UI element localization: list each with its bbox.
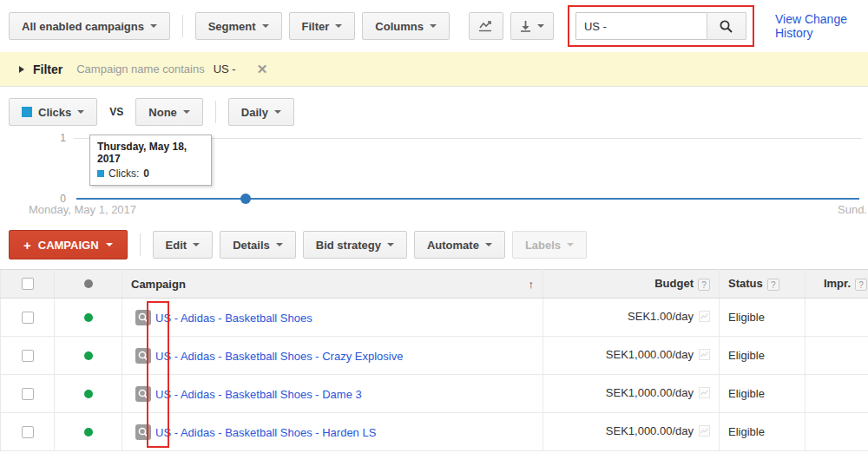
vs-label: VS: [109, 106, 123, 118]
campaign-link[interactable]: US - Adidas - Basketball Shoes - Dame 3: [155, 387, 362, 400]
table-row: US - Adidas - Basketball Shoes - Crazy E…: [1, 337, 868, 375]
status-value: Eligible: [728, 349, 765, 362]
chevron-down-icon: [183, 110, 190, 114]
chevron-down-icon: [485, 243, 492, 246]
view-selector-button[interactable]: All enabled campaigns: [9, 12, 170, 40]
chevron-down-icon: [193, 243, 200, 246]
download-icon: [520, 20, 531, 32]
details-label: Details: [233, 239, 270, 252]
select-all-checkbox[interactable]: [22, 278, 34, 290]
budget-value[interactable]: SEK1,000.00/day: [606, 386, 694, 399]
hovered-data-point[interactable]: [240, 194, 251, 204]
edit-label: Edit: [166, 239, 187, 252]
search-input[interactable]: [575, 12, 707, 40]
view-change-history-link[interactable]: View Change History: [775, 12, 859, 40]
segment-button[interactable]: Segment: [195, 12, 282, 40]
filter-button[interactable]: Filter: [289, 12, 356, 40]
chart-controls: Clicks VS None Daily: [0, 87, 868, 127]
tooltip-series-swatch: [97, 170, 104, 177]
chevron-down-icon: [262, 24, 269, 28]
chevron-down-icon: [276, 243, 283, 246]
impressions-column-header[interactable]: Impr.?: [806, 270, 868, 299]
chart-controls-divider: [215, 101, 216, 123]
row-checkbox[interactable]: [22, 426, 34, 438]
sort-ascending-icon: ↑: [529, 278, 535, 291]
bid-strategy-label: Bid strategy: [316, 239, 381, 252]
status-dot-icon: [84, 279, 93, 288]
download-report-button[interactable]: [510, 12, 554, 40]
help-icon[interactable]: ?: [855, 279, 867, 291]
budget-value[interactable]: SEK1,000.00/day: [606, 424, 694, 437]
toolbar-divider: [182, 15, 183, 37]
budget-sparkline-icon: [699, 311, 710, 325]
chart-tooltip: Thursday, May 18, 2017 Clicks: 0: [89, 135, 212, 186]
campaign-zoom-icon: [135, 348, 151, 364]
metric-selector-button[interactable]: Clicks: [9, 98, 97, 126]
plus-icon: +: [23, 238, 31, 253]
table-row: US - Adidas - Basketball Shoes SEK1.00/d…: [1, 299, 868, 337]
tooltip-date: Thursday, May 18, 2017: [97, 141, 204, 165]
chevron-down-icon: [567, 243, 574, 246]
campaign-link[interactable]: US - Adidas - Basketball Shoes - Crazy E…: [155, 349, 403, 362]
view-selector-label: All enabled campaigns: [22, 20, 144, 33]
campaign-name-prefix: US: [155, 311, 171, 324]
chevron-down-icon: [537, 24, 544, 28]
table-row: US - Adidas - Basketball Shoes - Harden …: [1, 413, 868, 451]
performance-chart[interactable]: 1 0 Monday, May 1, 2017 Sund. Thursday, …: [0, 127, 868, 224]
expand-filter-icon[interactable]: [19, 66, 24, 73]
campaign-name-rest: - Adidas - Basketball Shoes: [171, 311, 312, 324]
table-header-row: Campaign ↑ Budget? Status? Impr.?: [1, 270, 868, 299]
budget-sparkline-icon: [699, 349, 710, 363]
tooltip-series-label: Clicks:: [108, 167, 139, 180]
campaign-zoom-icon: [135, 424, 151, 440]
edit-button[interactable]: Edit: [153, 231, 214, 259]
add-campaign-button[interactable]: + CAMPAIGN: [9, 230, 128, 259]
row-checkbox[interactable]: [22, 312, 34, 324]
help-icon[interactable]: ?: [767, 279, 779, 291]
x-axis-start-label: Monday, May 1, 2017: [29, 203, 136, 216]
row-checkbox[interactable]: [22, 388, 34, 400]
compare-metric-button[interactable]: None: [135, 98, 203, 126]
filter-condition-text: Campaign name contains: [76, 62, 204, 76]
campaign-link[interactable]: US - Adidas - Basketball Shoes - Harden …: [155, 425, 376, 438]
close-icon[interactable]: ✕: [257, 62, 268, 77]
campaign-name-prefix: US: [155, 425, 171, 438]
details-button[interactable]: Details: [220, 231, 296, 259]
row-checkbox[interactable]: [22, 350, 34, 362]
metric-label: Clicks: [38, 106, 71, 119]
campaign-link[interactable]: US - Adidas - Basketball Shoes: [155, 311, 312, 324]
status-column-header[interactable]: Status?: [720, 270, 806, 299]
campaign-header-label: Campaign: [131, 278, 186, 291]
x-axis-end-label: Sund.: [838, 203, 867, 216]
campaign-name-rest: - Adidas - Basketball Shoes - Harden LS: [171, 425, 376, 438]
help-icon[interactable]: ?: [698, 279, 710, 291]
table-row: US - Adidas - Basketball Shoes - Dame 3 …: [1, 375, 868, 413]
budget-header-label: Budget: [654, 277, 694, 290]
budget-column-header[interactable]: Budget?: [543, 270, 720, 299]
segment-label: Segment: [208, 20, 256, 33]
status-value: Eligible: [728, 387, 765, 400]
compare-label: None: [148, 106, 177, 119]
columns-button[interactable]: Columns: [362, 12, 450, 40]
chevron-down-icon: [335, 24, 342, 28]
y-axis-tick-1: 1: [49, 132, 66, 144]
labels-button[interactable]: Labels: [512, 231, 587, 259]
filter-condition-value: US -: [214, 62, 236, 76]
budget-value[interactable]: SEK1,000.00/day: [606, 348, 694, 361]
campaign-name-rest: - Adidas - Basketball Shoes - Dame 3: [171, 387, 362, 400]
granularity-button[interactable]: Daily: [228, 98, 294, 126]
budget-value[interactable]: SEK1.00/day: [628, 310, 694, 323]
actions-divider: [140, 233, 141, 256]
budget-sparkline-icon: [699, 387, 710, 401]
automate-button[interactable]: Automate: [414, 231, 505, 259]
budget-sparkline-icon: [699, 425, 710, 439]
status-dot-header[interactable]: [55, 270, 122, 299]
enabled-status-icon: [84, 313, 93, 322]
line-chart-icon: [478, 20, 494, 32]
campaign-zoom-icon: [135, 386, 151, 402]
campaign-column-header[interactable]: Campaign ↑: [122, 270, 543, 299]
search-button[interactable]: [707, 12, 746, 40]
toggle-graph-button[interactable]: [469, 12, 503, 40]
bid-strategy-button[interactable]: Bid strategy: [303, 231, 407, 259]
campaign-name-rest: - Adidas - Basketball Shoes - Crazy Expl…: [171, 349, 403, 362]
